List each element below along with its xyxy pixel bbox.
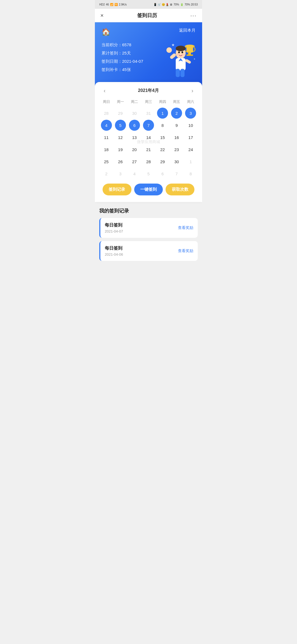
calendar-day[interactable]: 1 <box>185 156 196 167</box>
calendar-day[interactable]: 20 <box>129 144 140 155</box>
calendar-card: ‹ 2021年4月 › 周日 周一 周二 周三 周四 周五 周六 微擎应用商城 … <box>95 82 202 202</box>
top-nav: × 签到日历 ··· <box>95 9 202 22</box>
status-left: HD2 46 📶 🛜 2.9K/s <box>99 3 127 6</box>
calendar-day[interactable]: 26 <box>115 156 126 167</box>
calendar-day[interactable]: 9 <box>171 120 182 131</box>
wifi-icon: 🛜 <box>114 3 118 6</box>
character-illustration: ★ ✦ <box>164 38 199 79</box>
svg-point-7 <box>178 51 180 53</box>
calendar-day[interactable]: 6 <box>157 168 168 179</box>
view-reward-button-2[interactable]: 查看奖励 <box>178 249 193 253</box>
weekday-tue: 周二 <box>127 98 141 105</box>
calendar-day[interactable]: 13 <box>129 132 140 143</box>
record-left-2: 每日签到 2021-04-06 <box>105 245 123 256</box>
calendar-day[interactable]: 31 <box>143 108 154 119</box>
status-right: 📱 🛒 😊 💄 🖥 70% 🔋 70% 20:53 <box>153 3 198 6</box>
calendar-day[interactable]: 28 <box>101 108 112 119</box>
battery-text: 70% <box>174 3 179 6</box>
calendar-day[interactable]: 29 <box>115 108 126 119</box>
month-title: 2021年4月 <box>138 88 159 94</box>
speed-text: 2.9K/s <box>119 3 127 6</box>
next-month-button[interactable]: › <box>189 86 196 95</box>
records-section: 我的签到记录 每日签到 2021-04-07 查看奖励 每日签到 2021-04… <box>95 202 202 270</box>
more-button[interactable]: ··· <box>190 12 197 19</box>
calendar-day[interactable]: 2 <box>101 168 112 179</box>
weekday-mon: 周一 <box>113 98 127 105</box>
calendar-day[interactable]: 7 <box>171 168 182 179</box>
home-icon[interactable]: 🏠 <box>101 28 110 36</box>
calendar-day[interactable]: 18 <box>101 144 112 155</box>
weekday-wed: 周三 <box>141 98 155 105</box>
calendar-day[interactable]: 4 <box>129 168 140 179</box>
svg-point-10 <box>182 54 185 55</box>
calendar-day[interactable]: 3 <box>185 108 196 119</box>
weekday-sun: 周日 <box>99 98 113 105</box>
weekday-thu: 周四 <box>156 98 170 105</box>
svg-text:✦: ✦ <box>193 58 196 61</box>
calendar-day[interactable]: 29 <box>157 156 168 167</box>
calendar-day[interactable]: 1 <box>157 108 168 119</box>
record-left-1: 每日签到 2021-04-07 <box>105 222 123 233</box>
close-button[interactable]: × <box>100 12 104 19</box>
calendar-day-today[interactable]: 7 <box>143 120 154 131</box>
calendar-day[interactable]: 25 <box>101 156 112 167</box>
svg-rect-4 <box>186 54 193 56</box>
weekday-sat: 周六 <box>184 98 198 105</box>
calendar-day[interactable]: 27 <box>129 156 140 167</box>
view-reward-button-1[interactable]: 查看奖励 <box>178 225 193 230</box>
calendar-day[interactable]: 8 <box>157 120 168 131</box>
record-name-1: 每日签到 <box>105 222 123 228</box>
calendar-day[interactable]: 2 <box>171 108 182 119</box>
calendar-day[interactable]: 17 <box>185 132 196 143</box>
calendar-day[interactable]: 24 <box>185 144 196 155</box>
record-date-2: 2021-04-06 <box>105 252 123 256</box>
calendar-day[interactable]: 30 <box>129 108 140 119</box>
calendar-day[interactable]: 16 <box>171 132 182 143</box>
calendar-day[interactable]: 11 <box>101 132 112 143</box>
svg-point-17 <box>166 47 172 53</box>
svg-rect-1 <box>186 45 193 53</box>
calendar-day[interactable]: 5 <box>115 120 126 131</box>
one-click-checkin-button[interactable]: 一键签到 <box>134 184 163 195</box>
status-bar: HD2 46 📶 🛜 2.9K/s 📱 🛒 😊 💄 🖥 70% 🔋 70% 20… <box>95 0 202 9</box>
calendar-day[interactable]: 23 <box>171 144 182 155</box>
svg-rect-13 <box>169 53 177 60</box>
calendar-day[interactable]: 3 <box>115 168 126 179</box>
calendar-day[interactable]: 5 <box>143 168 154 179</box>
return-to-month-button[interactable]: 返回本月 <box>179 28 196 33</box>
calendar-day[interactable]: 12 <box>115 132 126 143</box>
app-icons: 📱 🛒 😊 💄 🖥 <box>153 3 172 6</box>
record-item-1: 每日签到 2021-04-07 查看奖励 <box>99 218 198 238</box>
calendar-day[interactable]: 10 <box>185 120 196 131</box>
calendar-day[interactable]: 8 <box>185 168 196 179</box>
calendar-day[interactable]: 15 <box>157 132 168 143</box>
calendar-day[interactable]: 21 <box>143 144 154 155</box>
svg-point-8 <box>182 51 183 53</box>
calendar-day[interactable]: 6 <box>129 120 140 131</box>
record-name-2: 每日签到 <box>105 245 123 251</box>
calendar-day[interactable]: 30 <box>171 156 182 167</box>
signal-4g-icon: 46 <box>106 3 109 6</box>
record-date-1: 2021-04-07 <box>105 229 123 233</box>
weekdays-row: 周日 周一 周二 周三 周四 周五 周六 <box>99 98 198 105</box>
prev-month-button[interactable]: ‹ <box>101 86 108 95</box>
calendar-day[interactable]: 4 <box>101 120 112 131</box>
action-buttons: 签到记录 一键签到 获取次数 <box>99 179 198 200</box>
time-text: 70% 20:53 <box>185 3 198 6</box>
svg-rect-16 <box>180 69 185 77</box>
svg-point-6 <box>176 46 186 51</box>
calendar-header: ‹ 2021年4月 › <box>99 86 198 95</box>
hd2-icon: HD2 <box>99 3 105 6</box>
svg-rect-15 <box>176 69 180 77</box>
calendar-day[interactable]: 28 <box>143 156 154 167</box>
get-count-button[interactable]: 获取次数 <box>166 184 194 195</box>
signal-bars-icon: 📶 <box>110 3 113 6</box>
checkin-record-button[interactable]: 签到记录 <box>103 184 131 195</box>
calendar-day[interactable]: 19 <box>115 144 126 155</box>
svg-rect-14 <box>185 59 191 64</box>
records-title: 我的签到记录 <box>99 208 198 214</box>
calendar-day[interactable]: 14 <box>143 132 154 143</box>
weekday-fri: 周五 <box>170 98 184 105</box>
battery-icon: 🔋 <box>180 3 183 6</box>
calendar-day[interactable]: 22 <box>157 144 168 155</box>
